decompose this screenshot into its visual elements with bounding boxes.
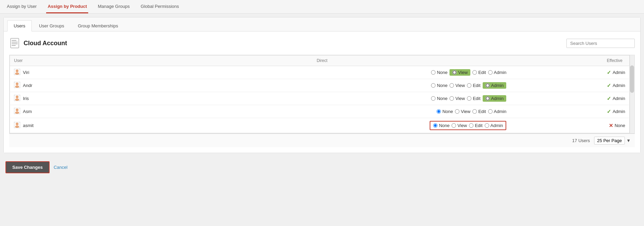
radio-admin-asm[interactable] <box>488 109 493 114</box>
label-admin-andr: Admin <box>491 83 504 88</box>
user-icon <box>14 69 20 76</box>
label-edit-viri: Edit <box>478 70 486 75</box>
radio-none-asmit[interactable] <box>433 123 438 128</box>
user-name: Andr <box>23 83 32 88</box>
effective-check-icon: ✓ <box>607 109 611 115</box>
permissions-cell[interactable]: None View Edit <box>134 66 511 79</box>
label-none-iris: None <box>437 96 447 101</box>
effective-cell: ✕ None <box>510 118 629 133</box>
effective-value: Admin <box>613 83 625 88</box>
users-table: User Direct Effective Viri <box>10 55 630 133</box>
nav-assign-by-user[interactable]: Assign by User <box>5 0 38 13</box>
svg-point-15 <box>15 112 19 114</box>
svg-point-6 <box>15 73 19 75</box>
svg-point-12 <box>15 99 19 101</box>
page-title-area: Cloud Account <box>9 37 67 49</box>
radio-edit-asmit[interactable] <box>469 123 473 128</box>
effective-value: Admin <box>613 70 625 75</box>
cancel-link[interactable]: Cancel <box>54 165 67 170</box>
radio-admin-asmit[interactable] <box>485 123 489 128</box>
effective-cross-icon: ✕ <box>609 123 613 129</box>
tab-user-groups[interactable]: User Groups <box>32 20 71 31</box>
table-row: Andr None View <box>10 79 630 92</box>
user-name: Viri <box>23 70 29 75</box>
total-users-label: 17 Users <box>572 138 590 143</box>
radio-none-asm[interactable] <box>437 109 441 114</box>
permissions-cell[interactable]: None View Edit <box>134 105 511 118</box>
radio-admin-viri[interactable] <box>488 70 493 75</box>
label-admin-asm: Admin <box>494 109 507 114</box>
nav-manage-groups[interactable]: Manage Groups <box>96 0 131 13</box>
label-view-asmit: View <box>457 123 467 128</box>
user-name: Asm <box>23 109 32 114</box>
svg-point-17 <box>16 123 18 125</box>
svg-rect-1 <box>12 40 16 41</box>
effective-check-icon: ✓ <box>607 96 611 102</box>
admin-highlight: Admin <box>483 82 507 89</box>
scrollbar-track[interactable] <box>630 55 634 133</box>
scrollbar-thumb[interactable] <box>630 65 634 93</box>
bottom-actions-bar: Save Changes Cancel <box>0 156 644 178</box>
search-input[interactable] <box>566 39 635 48</box>
user-cell: Asm <box>10 105 134 118</box>
radio-edit-andr[interactable] <box>467 83 471 88</box>
radio-view-asmit[interactable] <box>452 123 456 128</box>
radio-edit-iris[interactable] <box>467 96 471 101</box>
radio-edit-viri[interactable] <box>472 70 477 75</box>
label-edit-andr: Edit <box>473 83 480 88</box>
radio-none-iris[interactable] <box>431 96 435 101</box>
label-view-asm: View <box>461 109 470 114</box>
user-icon <box>14 108 20 115</box>
user-cell: Andr <box>10 79 134 92</box>
table-row: Asm None View <box>10 105 630 118</box>
per-page-selector[interactable]: 25 Per Page ▼ <box>594 137 631 145</box>
radio-view-andr[interactable] <box>450 83 454 88</box>
label-edit-asmit: Edit <box>475 123 482 128</box>
nav-global-permissions[interactable]: Global Permissions <box>139 0 180 13</box>
svg-rect-0 <box>11 38 19 48</box>
svg-point-18 <box>15 126 19 128</box>
effective-check-icon: ✓ <box>607 83 611 89</box>
admin-highlight: Admin <box>483 95 507 102</box>
radio-none-viri[interactable] <box>431 70 435 75</box>
label-admin-asmit: Admin <box>491 123 503 128</box>
label-none-andr: None <box>437 83 447 88</box>
svg-point-9 <box>15 86 19 88</box>
effective-value: Admin <box>613 96 625 101</box>
svg-point-11 <box>16 96 18 98</box>
radio-view-viri[interactable] <box>452 70 457 75</box>
nav-assign-by-product[interactable]: Assign by Product <box>46 0 88 13</box>
radio-view-iris[interactable] <box>450 96 454 101</box>
user-cell: asmit <box>10 118 134 133</box>
svg-rect-4 <box>12 45 16 46</box>
effective-value: None <box>615 123 625 128</box>
page-title: Cloud Account <box>24 40 67 47</box>
per-page-button[interactable]: 25 Per Page <box>594 137 625 145</box>
permissions-cell-highlighted[interactable]: None View Edit <box>134 118 511 133</box>
radio-admin-andr[interactable] <box>485 83 490 88</box>
radio-none-andr[interactable] <box>431 83 435 88</box>
svg-point-14 <box>16 109 18 111</box>
svg-point-8 <box>16 83 18 85</box>
label-admin-iris: Admin <box>491 96 504 101</box>
users-table-wrapper: User Direct Effective Viri <box>9 55 635 134</box>
svg-rect-2 <box>12 42 18 42</box>
radio-view-asm[interactable] <box>455 109 459 114</box>
tab-users[interactable]: Users <box>7 20 32 32</box>
permissions-cell[interactable]: None View Edit <box>134 92 511 105</box>
svg-rect-3 <box>12 43 18 44</box>
cloud-account-icon <box>9 37 20 49</box>
svg-point-5 <box>16 70 18 72</box>
tab-group-memberships[interactable]: Group Memberships <box>71 20 125 31</box>
per-page-chevron-icon: ▼ <box>626 138 631 143</box>
label-none-viri: None <box>437 70 447 75</box>
radio-admin-iris[interactable] <box>485 96 490 101</box>
radio-edit-asm[interactable] <box>472 109 477 114</box>
save-changes-button[interactable]: Save Changes <box>5 161 50 173</box>
main-container: Users User Groups Group Memberships Clou… <box>3 17 641 153</box>
pagination-row: 17 Users 25 Per Page ▼ <box>9 134 635 147</box>
table-row: Viri None View <box>10 66 630 79</box>
label-admin-viri: Admin <box>494 70 507 75</box>
view-highlight: View <box>450 69 470 76</box>
permissions-cell[interactable]: None View Edit <box>134 79 511 92</box>
